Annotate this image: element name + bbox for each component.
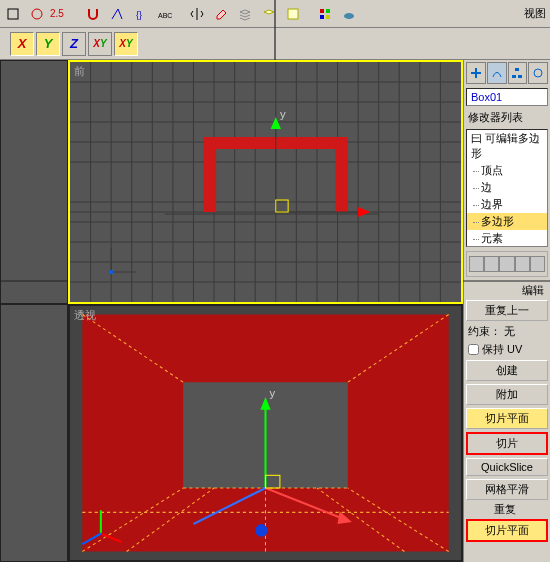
modstack-item[interactable]: 边 [467, 179, 547, 196]
svg-marker-45 [358, 207, 370, 217]
svg-text:y: y [270, 387, 276, 399]
viewport-perspective[interactable]: 透视 [68, 304, 463, 562]
modifier-stack[interactable]: 曰 可编辑多边形 顶点 边 边界 多边形 元素 [466, 129, 548, 247]
viewport-front[interactable]: 前 [68, 60, 463, 304]
svg-text:y: y [280, 108, 286, 120]
modstack-item[interactable]: 边界 [467, 196, 547, 213]
viewport-area: 前 [0, 60, 463, 562]
modstack-item[interactable]: 元素 [467, 230, 547, 247]
svg-point-50 [109, 270, 113, 274]
viewport-label: 前 [74, 64, 85, 79]
modstack-item[interactable]: 多边形 [467, 213, 547, 230]
modstack-root[interactable]: 曰 可编辑多边形 [467, 130, 547, 162]
modstack-item[interactable]: 顶点 [467, 162, 547, 179]
svg-point-67 [255, 524, 267, 537]
viewport-label: 透视 [74, 308, 96, 323]
viewport-small-top[interactable] [0, 60, 68, 304]
